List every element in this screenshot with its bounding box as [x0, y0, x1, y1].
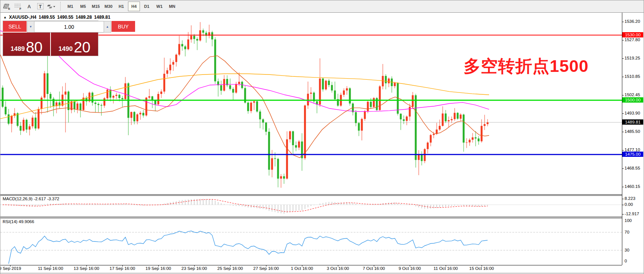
volume-increase-button[interactable]: ▲	[104, 21, 111, 33]
price-axis-tick: 1519.25	[625, 56, 640, 60]
buy-price-display[interactable]: 1490 20	[51, 33, 98, 56]
timeframe-button-h4[interactable]: H4	[128, 1, 140, 11]
volume-input[interactable]	[34, 21, 104, 33]
buy-price-main: 1490	[58, 46, 73, 52]
timeframe-button-m30[interactable]: M30	[103, 1, 115, 11]
price-level-tag: 1500.00	[622, 97, 643, 103]
price-axis-tick: 1502.45	[625, 92, 640, 97]
buy-button[interactable]: BUY	[112, 21, 135, 33]
time-axis-tick-mark	[122, 265, 123, 267]
price-axis-tick-mark	[622, 113, 624, 114]
rsi-axis-tick: 0	[625, 259, 627, 263]
toolbar: E F A T M1M5M15M30H1H4	[0, 0, 644, 13]
time-axis-label: 17 Sep 16:00	[110, 266, 135, 271]
price-axis-tick: 1460.15	[625, 184, 640, 189]
time-axis-tick-mark	[266, 265, 266, 267]
sell-price-main: 1489	[10, 46, 25, 52]
macd-axis-tick: 8.223	[625, 196, 635, 201]
timeframe-button-d1[interactable]: D1	[141, 1, 153, 11]
time-axis-label: 11 Oct 16:00	[434, 266, 458, 271]
price-level-tag: 1489.81	[622, 119, 643, 125]
svg-text:F: F	[19, 7, 21, 10]
macd-axis-tick: -12.917	[625, 211, 639, 216]
shapes-dropdown-icon[interactable]	[47, 2, 57, 11]
time-axis-label: 9 Sep 2019	[0, 266, 21, 271]
text-annotation-icon[interactable]: A	[24, 2, 34, 11]
rsi-panel-canvas[interactable]	[0, 218, 622, 265]
timeframe-button-mn[interactable]: MN	[166, 1, 178, 11]
chart-text-annotation: 多空转折点1500	[464, 55, 589, 77]
price-level-tag: 1530.00	[622, 32, 643, 37]
time-axis-tick-mark	[10, 265, 10, 267]
rsi-label: RSI(14) 49.9066	[3, 219, 34, 224]
time-axis-tick-mark	[446, 265, 446, 267]
sell-price-display[interactable]: 1489 80	[3, 33, 51, 56]
time-axis-line	[0, 265, 622, 265]
time-axis-label: 15 Oct 16:00	[469, 266, 494, 271]
price-axis-tick-mark	[622, 58, 624, 59]
window-bottom-edge	[0, 273, 644, 274]
timeframe-button-w1[interactable]: W1	[153, 1, 165, 11]
time-axis-label: 7 Oct 16:00	[363, 266, 385, 271]
price-axis-tick-mark	[622, 132, 624, 132]
time-axis-tick-mark	[230, 265, 231, 267]
symbol-info-bar: ▲ XAUUSD-,H4 1489.55 1490.55 1489.28 148…	[3, 15, 110, 20]
price-axis-line[interactable]	[622, 13, 622, 265]
price-axis-tick-mark	[622, 168, 624, 169]
price-axis-tick: 1477.10	[625, 147, 640, 152]
trading-terminal-window: E F A T M1M5M15M30H1H4	[0, 0, 644, 274]
timeframe-button-m15[interactable]: M15	[90, 1, 102, 11]
price-axis-tick-mark	[622, 187, 624, 187]
ohlc-open: 1489.55	[39, 15, 55, 20]
volume-decrease-button[interactable]: ▼	[27, 21, 34, 33]
price-axis-tick: 1485.50	[625, 129, 640, 134]
time-axis-label: 9 Oct 16:00	[399, 266, 421, 271]
time-axis-tick-mark	[338, 265, 338, 267]
macd-label: MACD(12,26,9) -2.617 -3.372	[3, 197, 59, 201]
time-axis-tick-mark	[194, 265, 195, 267]
price-axis-tick-mark	[622, 150, 624, 150]
svg-text:T: T	[39, 4, 42, 9]
macd-panel-canvas[interactable]	[0, 196, 622, 217]
time-axis-label: 11 Sep 16:00	[38, 266, 63, 271]
price-axis-tick-mark	[622, 77, 624, 77]
macd-axis-tick-mark	[622, 205, 624, 205]
panel-separator[interactable]	[0, 217, 622, 217]
timeframe-button-m5[interactable]: M5	[77, 1, 89, 11]
timeframe-button-h1[interactable]: H1	[115, 1, 127, 11]
time-axis-tick-mark	[302, 265, 302, 267]
ohlc-close: 1489.81	[94, 15, 110, 20]
rsi-axis-tick: 100	[625, 218, 632, 223]
svg-text:E: E	[8, 7, 10, 10]
fibonacci-grid-icon[interactable]: F	[13, 2, 23, 11]
one-click-trade-panel: SELL ▼ ▲ BUY 1489 80 1490 20	[3, 21, 98, 56]
sell-price-pips: 80	[26, 41, 43, 54]
price-axis-tick-mark	[622, 40, 624, 40]
rsi-axis-tick: 70	[625, 230, 629, 234]
timeframe-button-m1[interactable]: M1	[64, 1, 76, 11]
time-axis-label: 3 Oct 16:00	[327, 266, 349, 271]
price-axis-tick: 1493.90	[625, 111, 640, 115]
rsi-axis-tick: 30	[625, 248, 629, 252]
time-axis-label: 19 Sep 16:00	[146, 266, 171, 271]
panel-separator[interactable]	[0, 194, 622, 195]
macd-axis-tick: 0.00	[625, 202, 633, 207]
expert-advisors-icon[interactable]: E	[2, 2, 12, 11]
sell-button[interactable]: SELL	[3, 21, 27, 33]
time-axis-label: 13 Sep 16:00	[74, 266, 99, 271]
time-axis-tick-mark	[482, 265, 482, 267]
time-axis-label: 27 Sep 16:00	[253, 266, 279, 271]
price-axis-tick: 1527.80	[625, 37, 640, 42]
collapse-panel-icon[interactable]: ▲	[3, 15, 7, 19]
text-box-icon[interactable]: T	[36, 2, 45, 11]
time-axis-tick-mark	[374, 265, 374, 267]
time-axis-tick-mark	[158, 265, 159, 267]
time-axis-tick-mark	[410, 265, 410, 267]
time-axis-label: 1 Oct 16:00	[291, 266, 313, 271]
price-axis-tick: 1510.85	[625, 74, 640, 79]
time-axis-tick-mark	[51, 265, 51, 267]
buy-price-pips: 20	[74, 41, 91, 54]
price-level-tag: 1475.00	[622, 152, 643, 157]
macd-axis-tick-mark	[622, 214, 624, 214]
ohlc-high: 1490.55	[57, 15, 73, 20]
